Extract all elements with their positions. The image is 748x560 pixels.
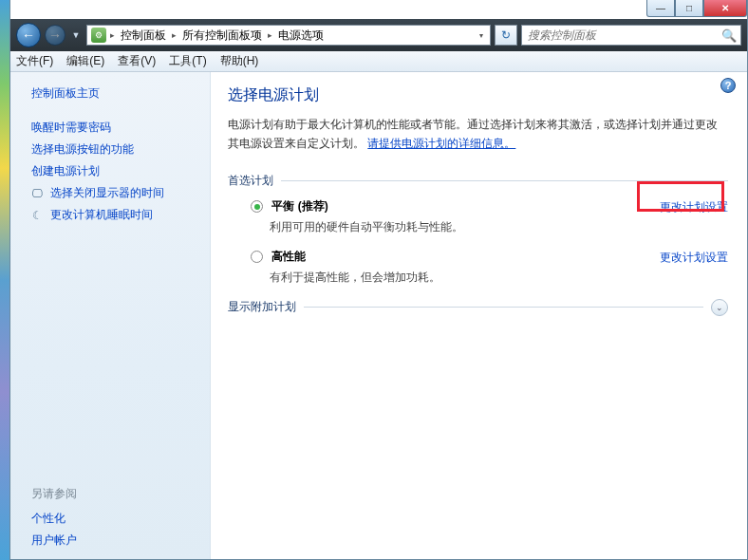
sidebar-item-label: 唤醒时需要密码 <box>31 120 111 136</box>
plan-desc: 利用可用的硬件自动平衡功耗与性能。 <box>270 219 660 235</box>
sidebar-task-list: 唤醒时需要密码 选择电源按钮的功能 创建电源计划 🖵 选择关闭显示器的时间 ☾ … <box>10 113 210 226</box>
plan-desc: 有利于提高性能，但会增加功耗。 <box>270 270 660 286</box>
plan-name: 平衡 (推荐) <box>271 199 327 213</box>
breadcrumb-dropdown[interactable]: ▾ <box>477 31 486 40</box>
plan-name: 高性能 <box>271 250 306 263</box>
plan-high-performance: 高性能 有利于提高性能，但会增加功耗。 更改计划设置 <box>228 249 728 299</box>
control-panel-icon: ⚙ <box>91 28 106 43</box>
sidebar-item-label: 创建电源计划 <box>31 163 100 179</box>
minimize-button[interactable]: — <box>646 0 675 17</box>
breadcrumb-item[interactable]: 所有控制面板项 <box>180 28 264 44</box>
breadcrumb-sep: ▸ <box>266 30 274 40</box>
sidebar-item-label: 选择关闭显示器的时间 <box>50 185 164 201</box>
nav-forward-button[interactable]: → <box>45 25 65 46</box>
menu-bar: 文件(F) 编辑(E) 查看(V) 工具(T) 帮助(H) <box>10 51 747 72</box>
breadcrumb-sep: ▸ <box>108 30 117 40</box>
moon-icon: ☾ <box>29 208 45 223</box>
divider <box>304 307 703 308</box>
preferred-plans-header: 首选计划 <box>228 173 728 189</box>
plan-balanced: 平衡 (推荐) 利用可用的硬件自动平衡功耗与性能。 更改计划设置 <box>228 198 728 249</box>
additional-plans-label: 显示附加计划 <box>228 299 296 315</box>
control-panel-window: — □ ✕ ← → ▼ ⚙ ▸ 控制面板 ▸ 所有控制面板项 ▸ 电源选项 ▾ … <box>9 0 748 560</box>
maximize-button[interactable]: □ <box>675 0 703 17</box>
breadcrumb-item[interactable]: 电源选项 <box>276 28 326 44</box>
sidebar-item-power-button[interactable]: 选择电源按钮的功能 <box>10 139 210 160</box>
search-icon[interactable]: 🔍 <box>721 28 737 43</box>
plan-radio-balanced[interactable] <box>251 200 263 213</box>
change-plan-settings-link[interactable]: 更改计划设置 <box>660 198 728 215</box>
help-icon[interactable]: ? <box>720 78 736 93</box>
see-also-header: 另请参阅 <box>31 486 210 502</box>
breadcrumb[interactable]: ⚙ ▸ 控制面板 ▸ 所有控制面板项 ▸ 电源选项 ▾ <box>86 25 491 46</box>
chevron-down-icon[interactable]: ⌄ <box>711 299 728 316</box>
breadcrumb-sep: ▸ <box>170 30 178 40</box>
search-input[interactable] <box>526 28 716 43</box>
refresh-button[interactable]: ↻ <box>495 25 517 46</box>
menu-edit[interactable]: 编辑(E) <box>66 53 104 69</box>
intro-details-link[interactable]: 请提供电源计划的详细信息。 <box>367 137 515 150</box>
menu-tools[interactable]: 工具(T) <box>169 53 206 69</box>
external-edge <box>0 0 9 560</box>
plan-radio-high-perf[interactable] <box>251 251 263 263</box>
see-also: 另请参阅 个性化 用户帐户 <box>10 486 210 551</box>
divider <box>281 180 728 181</box>
see-also-personalization[interactable]: 个性化 <box>31 508 210 530</box>
sidebar-item-display-off[interactable]: 🖵 选择关闭显示器的时间 <box>10 182 210 204</box>
change-plan-settings-link[interactable]: 更改计划设置 <box>660 249 728 266</box>
nav-history-dropdown[interactable]: ▼ <box>69 23 83 47</box>
sidebar-item-require-password[interactable]: 唤醒时需要密码 <box>10 117 210 139</box>
control-panel-home-link[interactable]: 控制面板主页 <box>31 86 100 100</box>
monitor-icon: 🖵 <box>29 186 45 201</box>
sidebar-item-label: 选择电源按钮的功能 <box>31 141 134 158</box>
sidebar: 控制面板主页 唤醒时需要密码 选择电源按钮的功能 创建电源计划 🖵 选择关闭显示… <box>10 72 211 559</box>
nav-back-button[interactable]: ← <box>16 23 41 47</box>
content-pane: ? 选择电源计划 电源计划有助于最大化计算机的性能或者节能。通过选择计划来将其激… <box>211 72 747 559</box>
menu-file[interactable]: 文件(F) <box>16 53 53 69</box>
close-button[interactable]: ✕ <box>703 0 747 17</box>
sidebar-item-sleep[interactable]: ☾ 更改计算机睡眠时间 <box>10 204 210 226</box>
preferred-plans-label: 首选计划 <box>228 173 273 189</box>
body: 控制面板主页 唤醒时需要密码 选择电源按钮的功能 创建电源计划 🖵 选择关闭显示… <box>10 72 747 559</box>
window-controls: — □ ✕ <box>646 0 747 19</box>
intro-text: 电源计划有助于最大化计算机的性能或者节能。通过选择计划来将其激活，或选择计划并通… <box>228 115 728 154</box>
menu-help[interactable]: 帮助(H) <box>220 53 259 69</box>
breadcrumb-item[interactable]: 控制面板 <box>119 28 168 44</box>
address-bar: ← → ▼ ⚙ ▸ 控制面板 ▸ 所有控制面板项 ▸ 电源选项 ▾ ↻ 🔍 <box>10 19 747 51</box>
sidebar-home: 控制面板主页 <box>10 85 210 113</box>
additional-plans-header[interactable]: 显示附加计划 ⌄ <box>228 299 728 316</box>
page-title: 选择电源计划 <box>228 85 728 105</box>
see-also-user-accounts[interactable]: 用户帐户 <box>31 530 210 551</box>
menu-view[interactable]: 查看(V) <box>118 53 156 69</box>
search-box[interactable]: 🔍 <box>521 25 741 46</box>
sidebar-item-create-plan[interactable]: 创建电源计划 <box>10 160 210 182</box>
sidebar-item-label: 更改计算机睡眠时间 <box>50 207 153 223</box>
